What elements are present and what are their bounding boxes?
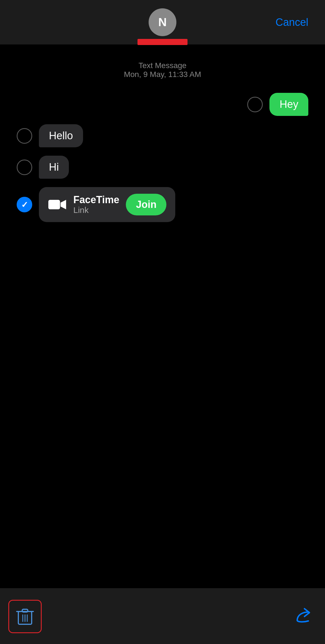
message-row: Hello: [17, 124, 308, 147]
header: N Cancel: [0, 0, 325, 44]
selection-circle-msg3[interactable]: [17, 160, 32, 175]
facetime-camera-icon: [48, 198, 66, 212]
svg-rect-0: [48, 200, 60, 209]
bubble-outgoing-hey: Hey: [269, 93, 308, 116]
avatar-bar: [138, 39, 188, 45]
message-row: Hey: [17, 93, 308, 116]
share-button[interactable]: [294, 606, 317, 626]
message-row: Hi: [17, 156, 308, 179]
bubble-incoming-hi: Hi: [39, 156, 69, 179]
cancel-button[interactable]: Cancel: [276, 16, 308, 28]
timestamp-value: Mon, 9 May, 11:33 AM: [17, 70, 308, 79]
bubble-incoming-hello: Hello: [39, 124, 83, 147]
channel-label: Text Message: [17, 61, 308, 70]
timestamp-header: Text Message Mon, 9 May, 11:33 AM: [17, 61, 308, 79]
messages-area: Text Message Mon, 9 May, 11:33 AM Hey He…: [0, 44, 325, 222]
avatar: N: [149, 8, 176, 36]
facetime-bubble: FaceTime Link Join: [39, 187, 175, 222]
bottom-toolbar: [0, 588, 325, 644]
delete-button[interactable]: [8, 600, 42, 633]
facetime-icon-wrap: [48, 195, 67, 214]
selection-circle-msg2[interactable]: [17, 128, 32, 144]
svg-marker-1: [61, 200, 66, 209]
facetime-subtitle: Link: [73, 205, 119, 215]
join-button[interactable]: Join: [126, 194, 166, 215]
selection-circle-msg1[interactable]: [247, 97, 263, 112]
facetime-title: FaceTime: [73, 194, 119, 205]
selection-circle-facetime[interactable]: ✓: [17, 197, 32, 212]
facetime-text: FaceTime Link: [73, 194, 119, 215]
avatar-container: N: [138, 8, 188, 45]
trash-icon: [16, 606, 34, 626]
checkmark-icon: ✓: [21, 200, 28, 210]
facetime-message-row: ✓ FaceTime Link Join: [17, 187, 308, 222]
share-icon: [294, 606, 317, 626]
